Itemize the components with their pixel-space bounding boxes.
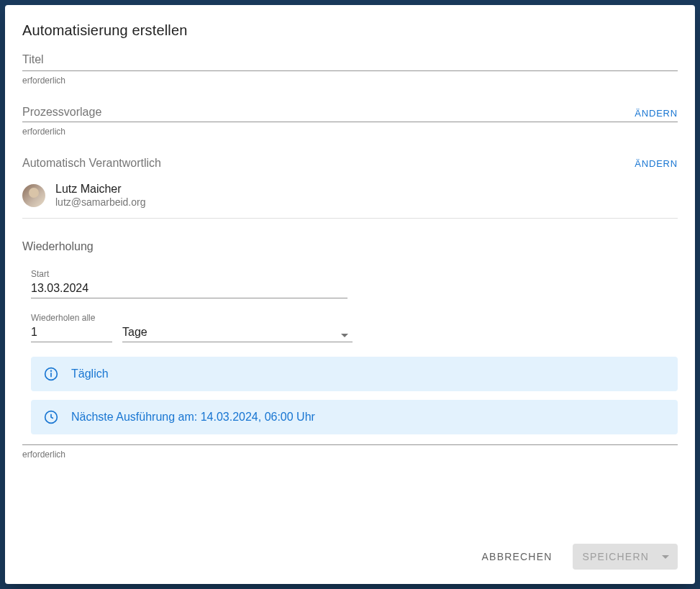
next-run-text: Nächste Ausführung am: 14.03.2024, 06:00…: [71, 411, 315, 424]
start-field: Start 13.03.2024: [31, 269, 347, 298]
responsible-change-link[interactable]: ÄNDERN: [635, 158, 678, 169]
responsible-header: Automatisch Verantwortlich ÄNDERN: [22, 157, 678, 170]
interval-label: Wiederholen alle: [31, 313, 678, 323]
svg-point-2: [51, 370, 52, 371]
avatar: [22, 184, 45, 207]
save-button-group: SPEICHERN: [573, 544, 678, 570]
interval-number-input[interactable]: 1: [31, 326, 112, 342]
cancel-button[interactable]: ABBRECHEN: [473, 545, 561, 568]
interval-row: 1 Tage: [31, 326, 678, 342]
process-template-helper: erforderlich: [22, 127, 678, 137]
process-template-label: Prozessvorlage: [22, 106, 101, 119]
process-template-row: Prozessvorlage ÄNDERN: [22, 106, 678, 122]
dialog-body: Titel erforderlich Prozessvorlage ÄNDERN…: [5, 39, 695, 534]
title-input[interactable]: Titel: [22, 53, 678, 71]
responsible-person: Lutz Maicher lutz@samarbeid.org: [22, 183, 678, 208]
chevron-down-icon: [662, 555, 669, 559]
clock-icon: [44, 410, 58, 424]
interval-unit-value: Tage: [122, 326, 147, 338]
frequency-banner: Täglich: [31, 357, 678, 391]
info-icon: [44, 367, 58, 381]
start-label: Start: [31, 269, 347, 279]
repeat-divider: [22, 444, 678, 445]
create-automation-dialog: Automatisierung erstellen Titel erforder…: [5, 5, 695, 584]
chevron-down-icon: [341, 334, 348, 337]
process-template-change-link[interactable]: ÄNDERN: [635, 108, 678, 119]
responsible-divider: [22, 218, 678, 219]
dialog-title: Automatisierung erstellen: [22, 22, 678, 39]
person-info: Lutz Maicher lutz@samarbeid.org: [55, 183, 146, 208]
interval-field: Wiederholen alle 1 Tage: [31, 313, 678, 342]
repeat-section: Wiederholung Start 13.03.2024 Wiederhole…: [22, 240, 678, 460]
dialog-actions: ABBRECHEN SPEICHERN: [5, 534, 695, 584]
frequency-text: Täglich: [71, 367, 109, 380]
responsible-field: Automatisch Verantwortlich ÄNDERN Lutz M…: [22, 157, 678, 219]
process-template-field: Prozessvorlage ÄNDERN erforderlich: [22, 106, 678, 137]
title-helper: erforderlich: [22, 76, 678, 86]
person-email: lutz@samarbeid.org: [55, 196, 146, 208]
repeat-helper: erforderlich: [22, 449, 678, 460]
interval-number-value: 1: [31, 326, 37, 338]
repeat-label: Wiederholung: [22, 240, 678, 253]
start-input[interactable]: 13.03.2024: [31, 282, 347, 298]
person-name: Lutz Maicher: [55, 183, 146, 196]
title-label: Titel: [22, 53, 44, 66]
title-field: Titel erforderlich: [22, 53, 678, 86]
responsible-label: Automatisch Verantwortlich: [22, 157, 161, 170]
dialog-header: Automatisierung erstellen: [5, 5, 695, 39]
next-run-banner: Nächste Ausführung am: 14.03.2024, 06:00…: [31, 400, 678, 434]
save-dropdown-button[interactable]: [659, 544, 678, 570]
start-value: 13.03.2024: [31, 282, 88, 294]
interval-unit-select[interactable]: Tage: [122, 326, 353, 342]
save-button[interactable]: SPEICHERN: [573, 544, 659, 570]
